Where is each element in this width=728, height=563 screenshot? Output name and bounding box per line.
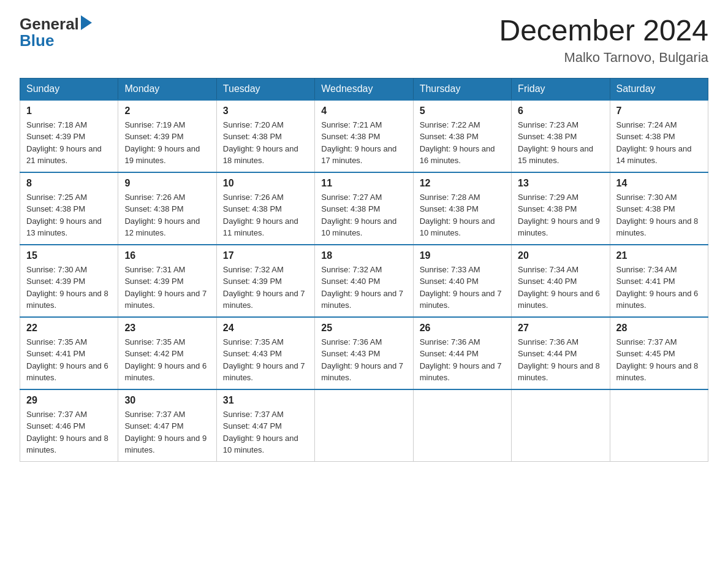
table-row: 6Sunrise: 7:23 AMSunset: 4:38 PMDaylight… <box>512 100 610 172</box>
table-row: 9Sunrise: 7:26 AMSunset: 4:38 PMDaylight… <box>118 172 216 245</box>
day-number: 17 <box>223 250 308 261</box>
day-info: Sunrise: 7:37 AMSunset: 4:47 PMDaylight:… <box>223 408 308 456</box>
day-info: Sunrise: 7:30 AMSunset: 4:38 PMDaylight:… <box>616 191 702 239</box>
table-row <box>610 389 708 462</box>
day-info: Sunrise: 7:32 AMSunset: 4:39 PMDaylight:… <box>223 264 308 312</box>
col-monday: Monday <box>118 78 216 100</box>
day-info: Sunrise: 7:25 AMSunset: 4:38 PMDaylight:… <box>26 191 112 239</box>
day-info: Sunrise: 7:30 AMSunset: 4:39 PMDaylight:… <box>26 264 112 312</box>
table-row: 12Sunrise: 7:28 AMSunset: 4:38 PMDayligh… <box>413 172 511 245</box>
day-number: 7 <box>616 105 702 117</box>
day-info: Sunrise: 7:23 AMSunset: 4:38 PMDaylight:… <box>518 119 603 167</box>
col-wednesday: Wednesday <box>315 78 413 100</box>
table-row: 8Sunrise: 7:25 AMSunset: 4:38 PMDaylight… <box>20 172 118 245</box>
table-row: 1Sunrise: 7:18 AMSunset: 4:39 PMDaylight… <box>20 100 118 172</box>
day-number: 4 <box>321 105 406 117</box>
day-number: 26 <box>420 323 505 334</box>
day-info: Sunrise: 7:19 AMSunset: 4:39 PMDaylight:… <box>124 119 210 167</box>
day-number: 27 <box>518 323 603 334</box>
day-number: 31 <box>223 395 308 406</box>
day-number: 21 <box>616 250 702 261</box>
table-row: 7Sunrise: 7:24 AMSunset: 4:38 PMDaylight… <box>610 100 708 172</box>
table-row: 20Sunrise: 7:34 AMSunset: 4:40 PMDayligh… <box>512 245 610 317</box>
day-number: 20 <box>518 250 603 261</box>
table-row <box>315 389 413 462</box>
table-row: 14Sunrise: 7:30 AMSunset: 4:38 PMDayligh… <box>610 172 708 245</box>
day-info: Sunrise: 7:35 AMSunset: 4:41 PMDaylight:… <box>26 336 112 384</box>
table-row: 31Sunrise: 7:37 AMSunset: 4:47 PMDayligh… <box>216 389 314 462</box>
table-row <box>512 389 610 462</box>
col-tuesday: Tuesday <box>216 78 314 100</box>
table-row: 26Sunrise: 7:36 AMSunset: 4:44 PMDayligh… <box>413 317 511 389</box>
logo: General Blue <box>20 15 92 50</box>
day-info: Sunrise: 7:20 AMSunset: 4:38 PMDaylight:… <box>223 119 308 167</box>
logo-arrow-icon <box>81 15 92 30</box>
day-info: Sunrise: 7:27 AMSunset: 4:38 PMDaylight:… <box>321 191 406 239</box>
table-row: 24Sunrise: 7:35 AMSunset: 4:43 PMDayligh… <box>216 317 314 389</box>
calendar-week-row: 8Sunrise: 7:25 AMSunset: 4:38 PMDaylight… <box>20 172 708 245</box>
day-number: 23 <box>124 323 210 334</box>
day-number: 5 <box>420 105 505 117</box>
col-friday: Friday <box>512 78 610 100</box>
col-sunday: Sunday <box>20 78 118 100</box>
day-info: Sunrise: 7:21 AMSunset: 4:38 PMDaylight:… <box>321 119 406 167</box>
table-row: 18Sunrise: 7:32 AMSunset: 4:40 PMDayligh… <box>315 245 413 317</box>
calendar-week-row: 29Sunrise: 7:37 AMSunset: 4:46 PMDayligh… <box>20 389 708 462</box>
day-info: Sunrise: 7:24 AMSunset: 4:38 PMDaylight:… <box>616 119 702 167</box>
day-number: 8 <box>26 178 112 189</box>
title-block: December 2024 Malko Tarnovo, Bulgaria <box>499 15 708 66</box>
day-info: Sunrise: 7:29 AMSunset: 4:38 PMDaylight:… <box>518 191 603 239</box>
table-row: 4Sunrise: 7:21 AMSunset: 4:38 PMDaylight… <box>315 100 413 172</box>
calendar-week-row: 22Sunrise: 7:35 AMSunset: 4:41 PMDayligh… <box>20 317 708 389</box>
table-row: 27Sunrise: 7:36 AMSunset: 4:44 PMDayligh… <box>512 317 610 389</box>
day-info: Sunrise: 7:32 AMSunset: 4:40 PMDaylight:… <box>321 264 406 312</box>
table-row: 28Sunrise: 7:37 AMSunset: 4:45 PMDayligh… <box>610 317 708 389</box>
table-row: 5Sunrise: 7:22 AMSunset: 4:38 PMDaylight… <box>413 100 511 172</box>
day-info: Sunrise: 7:35 AMSunset: 4:43 PMDaylight:… <box>223 336 308 384</box>
day-number: 15 <box>26 250 112 261</box>
logo-blue-text: Blue <box>20 31 54 50</box>
day-number: 10 <box>223 178 308 189</box>
table-row: 10Sunrise: 7:26 AMSunset: 4:38 PMDayligh… <box>216 172 314 245</box>
table-row: 29Sunrise: 7:37 AMSunset: 4:46 PMDayligh… <box>20 389 118 462</box>
table-row: 19Sunrise: 7:33 AMSunset: 4:40 PMDayligh… <box>413 245 511 317</box>
table-row: 15Sunrise: 7:30 AMSunset: 4:39 PMDayligh… <box>20 245 118 317</box>
table-row: 25Sunrise: 7:36 AMSunset: 4:43 PMDayligh… <box>315 317 413 389</box>
calendar-table: Sunday Monday Tuesday Wednesday Thursday… <box>20 78 708 462</box>
day-info: Sunrise: 7:33 AMSunset: 4:40 PMDaylight:… <box>420 264 505 312</box>
location-title: Malko Tarnovo, Bulgaria <box>499 50 708 66</box>
day-info: Sunrise: 7:37 AMSunset: 4:47 PMDaylight:… <box>124 408 210 456</box>
day-info: Sunrise: 7:31 AMSunset: 4:39 PMDaylight:… <box>124 264 210 312</box>
col-thursday: Thursday <box>413 78 511 100</box>
day-number: 18 <box>321 250 406 261</box>
table-row: 30Sunrise: 7:37 AMSunset: 4:47 PMDayligh… <box>118 389 216 462</box>
day-number: 28 <box>616 323 702 334</box>
table-row: 2Sunrise: 7:19 AMSunset: 4:39 PMDaylight… <box>118 100 216 172</box>
day-number: 3 <box>223 105 308 117</box>
day-info: Sunrise: 7:37 AMSunset: 4:46 PMDaylight:… <box>26 408 112 456</box>
day-number: 1 <box>26 105 112 117</box>
day-number: 6 <box>518 105 603 117</box>
table-row: 22Sunrise: 7:35 AMSunset: 4:41 PMDayligh… <box>20 317 118 389</box>
day-number: 14 <box>616 178 702 189</box>
calendar-header-row: Sunday Monday Tuesday Wednesday Thursday… <box>20 78 708 100</box>
day-number: 16 <box>124 250 210 261</box>
day-number: 11 <box>321 178 406 189</box>
table-row: 21Sunrise: 7:34 AMSunset: 4:41 PMDayligh… <box>610 245 708 317</box>
day-number: 29 <box>26 395 112 406</box>
day-number: 25 <box>321 323 406 334</box>
col-saturday: Saturday <box>610 78 708 100</box>
table-row: 23Sunrise: 7:35 AMSunset: 4:42 PMDayligh… <box>118 317 216 389</box>
calendar-week-row: 15Sunrise: 7:30 AMSunset: 4:39 PMDayligh… <box>20 245 708 317</box>
table-row: 16Sunrise: 7:31 AMSunset: 4:39 PMDayligh… <box>118 245 216 317</box>
table-row: 13Sunrise: 7:29 AMSunset: 4:38 PMDayligh… <box>512 172 610 245</box>
day-number: 24 <box>223 323 308 334</box>
day-info: Sunrise: 7:36 AMSunset: 4:44 PMDaylight:… <box>420 336 505 384</box>
page-header: General Blue December 2024 Malko Tarnovo… <box>20 15 708 66</box>
day-info: Sunrise: 7:22 AMSunset: 4:38 PMDaylight:… <box>420 119 505 167</box>
day-info: Sunrise: 7:18 AMSunset: 4:39 PMDaylight:… <box>26 119 112 167</box>
day-info: Sunrise: 7:36 AMSunset: 4:44 PMDaylight:… <box>518 336 603 384</box>
day-info: Sunrise: 7:35 AMSunset: 4:42 PMDaylight:… <box>124 336 210 384</box>
table-row <box>413 389 511 462</box>
month-title: December 2024 <box>499 15 708 47</box>
